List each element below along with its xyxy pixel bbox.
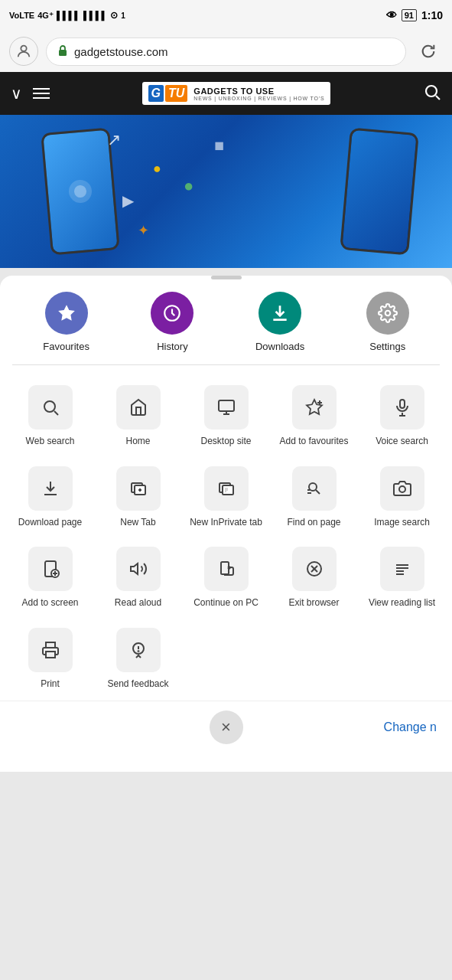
svg-point-0 [21, 46, 26, 51]
home-item[interactable]: Home [94, 377, 182, 459]
network-4g: 4G⁺ [37, 11, 54, 21]
quick-action-favourites[interactable]: Favourites [43, 292, 89, 352]
add-favourites-icon [292, 385, 337, 430]
svg-rect-1 [59, 50, 67, 56]
header-left: ∨ [11, 84, 50, 103]
browser-header: ∨ G TU GADGETS TO USE NEWS | UNBOXING | … [0, 72, 452, 115]
change-nav-container: Change n [376, 720, 437, 734]
add-favourites-item[interactable]: Add to favourites [270, 377, 358, 459]
close-button[interactable]: × [210, 710, 243, 744]
exit-browser-icon [292, 547, 337, 591]
quick-actions: Favourites History Downloads [0, 292, 452, 364]
svg-line-32 [316, 490, 320, 494]
image-search-item[interactable]: Image search [358, 459, 446, 540]
svg-rect-48 [46, 652, 55, 658]
svg-point-51 [138, 651, 138, 652]
search-icon[interactable] [423, 83, 441, 104]
continue-on-pc-icon [204, 547, 249, 591]
svg-rect-13 [219, 400, 234, 411]
print-icon [28, 628, 73, 672]
site-logo: G TU GADGETS TO USE NEWS | UNBOXING | RE… [142, 82, 331, 105]
desktop-site-label: Desktop site [200, 436, 251, 448]
download-page-icon [28, 466, 73, 511]
reading-list-icon [380, 547, 424, 591]
read-aloud-label: Read aloud [115, 597, 161, 609]
svg-rect-38 [221, 562, 229, 574]
svg-rect-19 [400, 400, 405, 408]
send-feedback-icon [116, 628, 161, 672]
continue-on-pc-item[interactable]: Continue on PC [182, 539, 270, 620]
favourites-label: Favourites [43, 341, 89, 352]
image-search-icon [380, 466, 424, 511]
profile-avatar[interactable] [9, 37, 38, 66]
continue-on-pc-label: Continue on PC [193, 597, 259, 609]
voice-search-icon [380, 385, 424, 430]
logo-tagline: NEWS | UNBOXING | REVIEWS | HOW TO'S [193, 96, 324, 101]
signal-bars-1: ▌▌▌▌ [57, 11, 80, 20]
address-bar: gadgetstouse.com [0, 31, 452, 72]
url-bar[interactable]: gadgetstouse.com [46, 38, 406, 66]
logo-title: GADGETS TO USE [193, 87, 324, 96]
lock-icon [57, 44, 68, 59]
quick-action-downloads[interactable]: Downloads [255, 292, 304, 352]
new-tab-label: New Tab [120, 517, 155, 529]
exit-browser-item[interactable]: Exit browser [270, 539, 358, 620]
send-feedback-label: Send feedback [107, 678, 168, 691]
add-favourites-label: Add to favourites [279, 436, 348, 448]
quick-action-settings[interactable]: Settings [366, 292, 409, 352]
reload-button[interactable] [414, 37, 443, 66]
svg-line-12 [54, 411, 58, 415]
change-nav-button[interactable]: Change n [384, 720, 437, 734]
url-text: gadgetstouse.com [74, 45, 168, 58]
quick-action-history[interactable]: History [151, 292, 193, 352]
find-on-page-label: Find on page [287, 517, 340, 529]
new-tab-item[interactable]: New Tab [94, 459, 182, 540]
add-to-screen-label: Add to screen [21, 597, 78, 609]
web-search-label: Web search [26, 436, 75, 448]
sheet-handle [211, 276, 242, 279]
exit-browser-label: Exit browser [288, 597, 339, 609]
inprivate-tab-item[interactable]: New InPrivate tab [182, 459, 270, 540]
voice-search-item[interactable]: Voice search [358, 377, 446, 459]
inprivate-tab-icon [204, 466, 249, 511]
history-label: History [157, 341, 187, 352]
find-on-page-item[interactable]: Find on page [270, 459, 358, 540]
carrier-text: VoLTE [9, 11, 34, 20]
hero-image: ↗ ● ▶ ◼ ● ✦ [0, 115, 452, 268]
hamburger-menu[interactable] [33, 88, 50, 99]
svg-point-2 [426, 86, 437, 96]
downloads-icon [259, 292, 301, 335]
home-label: Home [125, 436, 150, 448]
svg-point-11 [44, 401, 55, 412]
bottom-sheet: Favourites History Downloads [0, 276, 452, 772]
read-aloud-item[interactable]: Read aloud [94, 539, 182, 620]
svg-point-10 [385, 311, 390, 316]
settings-icon-qa [366, 292, 409, 335]
settings-label: Settings [369, 341, 405, 352]
svg-line-3 [436, 96, 440, 100]
grid-row-4: Print Send feedback [0, 620, 452, 701]
desktop-site-item[interactable]: Desktop site [182, 377, 270, 459]
download-page-item[interactable]: Download page [6, 459, 94, 540]
new-tab-icon [116, 466, 161, 511]
add-to-screen-icon [28, 547, 73, 591]
web-search-item[interactable]: Web search [6, 377, 94, 459]
send-feedback-item[interactable]: Send feedback [94, 620, 182, 701]
divider-1 [12, 364, 440, 365]
chevron-down-button[interactable]: ∨ [11, 84, 22, 103]
svg-marker-6 [58, 305, 75, 321]
status-bar: VoLTE 4G⁺ ▌▌▌▌ ▌▌▌▌ ⊙ 1 👁 91 1:10 [0, 0, 452, 31]
reading-list-item[interactable]: View reading list [358, 539, 446, 620]
favourites-icon [45, 292, 88, 335]
notification-badge: 1 [121, 11, 125, 20]
history-icon [151, 292, 193, 335]
add-to-screen-item[interactable]: Add to screen [6, 539, 94, 620]
battery-indicator: 91 [402, 9, 417, 21]
phone-right [340, 127, 419, 255]
read-aloud-icon [116, 547, 161, 591]
print-label: Print [41, 678, 60, 691]
print-item[interactable]: Print [6, 620, 94, 701]
voice-search-label: Voice search [376, 436, 428, 448]
phone-left [41, 127, 120, 255]
web-search-icon [28, 385, 73, 430]
